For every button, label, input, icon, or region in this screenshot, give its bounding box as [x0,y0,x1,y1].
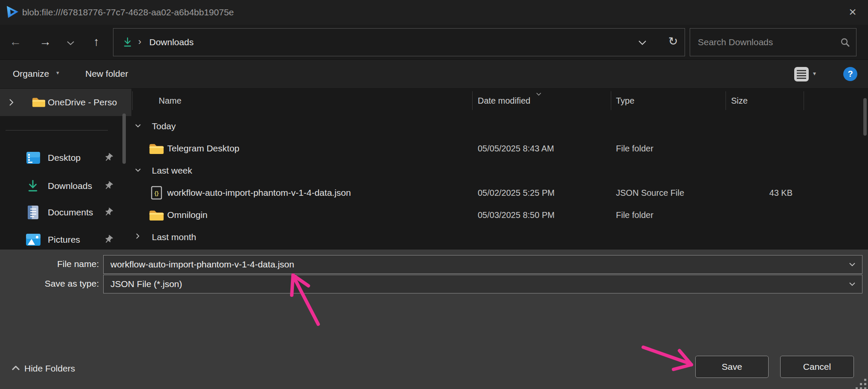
folder-icon [32,96,45,108]
column-header-date-modified[interactable]: Date modified [478,89,530,113]
view-details-icon[interactable] [794,67,809,81]
recent-locations-chevron-icon[interactable] [67,41,75,46]
file-type: JSON Source File [616,182,684,204]
list-scrollbar[interactable] [863,98,867,136]
save-as-type-select[interactable]: JSON File (*.json) [103,275,862,293]
group-label: Today [152,115,176,137]
up-icon[interactable]: ↑ [89,25,104,60]
file-date: 05/05/2025 8:43 AM [478,137,554,160]
breadcrumb-chevron-icon: › [138,29,141,56]
file-row-omnilogin[interactable]: Omnilogin 05/03/2025 8:50 PM File folder [0,204,868,226]
hide-folders-button[interactable]: Hide Folders [0,360,171,377]
app-logo-icon [4,4,20,20]
hide-folders-label: Hide Folders [24,360,75,377]
cancel-button[interactable]: Cancel [780,356,854,378]
search-box [690,28,856,56]
sidebar-item-label: OneDrive - Perso [48,89,117,116]
file-type: File folder [616,137,653,160]
column-header-size[interactable]: Size [731,89,748,113]
folder-icon [148,142,164,155]
chevron-up-icon [12,366,20,371]
sidebar-item-onedrive[interactable]: OneDrive - Perso [0,89,131,116]
close-icon[interactable]: × [843,0,862,25]
title-bar: blob:file:///67818776-77c7-4628-aa02-a6b… [0,0,868,25]
breadcrumb[interactable]: Downloads [149,29,194,56]
file-name: Omnilogin [167,204,208,226]
save-as-type-label: Save as type: [0,274,99,293]
file-size: 43 KB [728,182,793,204]
svg-text:{}: {} [154,190,159,196]
organize-button[interactable]: Organize [13,60,49,89]
group-label: Last week [152,160,192,182]
column-separator [611,91,611,110]
file-name: workflow-auto-import-phantom-v-1-4-data.… [167,182,351,204]
folder-icon [148,209,164,221]
downloads-location-icon [123,37,132,47]
help-button[interactable]: ? [843,67,857,81]
organize-caret-icon: ▾ [56,60,59,89]
group-label: Last month [152,226,196,248]
save-panel: File name: Save as type: JSON File (*.js… [0,250,868,389]
new-folder-button[interactable]: New folder [85,60,128,89]
navigation-bar: ← → ↑ › Downloads ↻ [0,25,868,60]
file-name-input[interactable] [103,255,862,274]
json-file-icon: {} [151,186,162,200]
resize-grip[interactable] [856,379,867,389]
view-dropdown-caret-icon[interactable]: ▾ [813,60,816,89]
column-separator [472,91,473,110]
file-type: File folder [616,204,653,226]
collapse-chevron-icon[interactable] [135,168,141,172]
main-area: OneDrive - Perso Desktop [0,89,868,250]
save-type-dropdown-chevron-icon[interactable] [849,282,856,286]
forward-icon[interactable]: → [38,25,53,60]
expand-chevron-icon[interactable] [9,99,14,106]
column-separator [726,91,726,110]
file-date: 05/02/2025 5:25 PM [478,182,554,204]
back-icon[interactable]: ← [8,25,23,60]
command-bar: Organize ▾ New folder ▾ ? [0,60,868,89]
column-separator [132,91,133,110]
file-size [728,204,793,226]
window-title: blob:file:///67818776-77c7-4628-aa02-a6b… [22,0,234,25]
column-separator [804,91,804,110]
file-row-telegram-desktop[interactable]: Telegram Desktop 05/05/2025 8:43 AM File… [0,137,868,160]
address-bar[interactable]: › Downloads ↻ [113,28,685,56]
file-size [728,137,793,160]
column-header-name[interactable]: Name [159,89,181,113]
file-name-dropdown-chevron-icon[interactable] [849,262,856,267]
expand-chevron-icon[interactable] [136,233,140,239]
group-header-today: Today [0,115,868,137]
file-date: 05/03/2025 8:50 PM [478,204,554,226]
file-row-json[interactable]: {} workflow-auto-import-phantom-v-1-4-da… [0,182,868,204]
address-dropdown-chevron-icon[interactable] [638,40,647,45]
file-name-label: File name: [0,255,99,273]
collapse-chevron-icon[interactable] [135,124,141,128]
group-header-last-month: Last month [0,226,868,248]
column-header-type[interactable]: Type [616,89,634,113]
file-name: Telegram Desktop [167,137,239,160]
search-input[interactable] [697,31,835,53]
sort-indicator-icon [536,92,542,96]
save-button[interactable]: Save [695,356,769,378]
group-header-last-week: Last week [0,160,868,182]
search-icon [840,38,851,48]
refresh-icon[interactable]: ↻ [665,29,682,56]
